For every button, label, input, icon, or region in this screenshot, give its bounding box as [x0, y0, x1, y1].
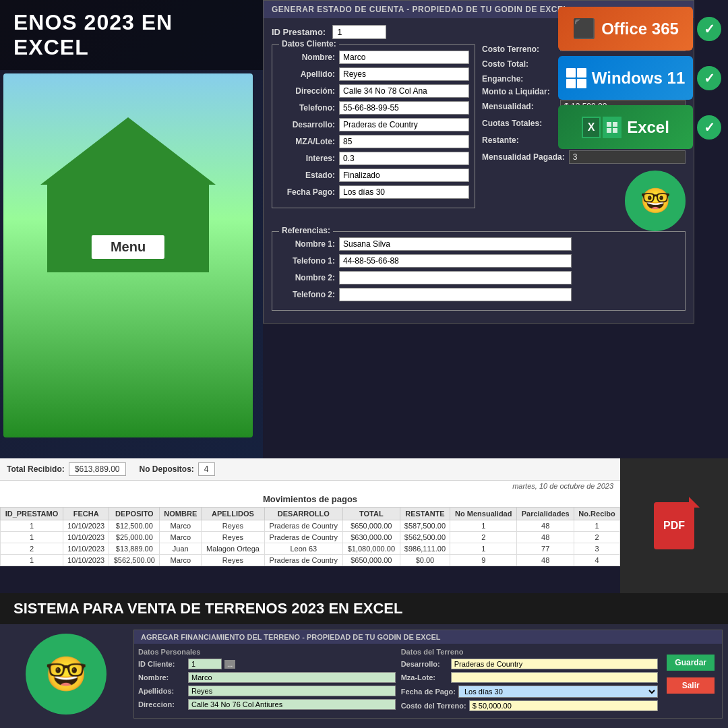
table-cell: 48 — [517, 555, 574, 566]
field-direccion: Dirección: — [278, 84, 469, 98]
bf-direccion-b: Direccion: — [138, 699, 396, 710]
salir-button[interactable]: Salir — [667, 677, 715, 694]
table-cell: $650,000.00 — [343, 555, 400, 566]
input-nombre-b[interactable] — [188, 672, 396, 683]
input-interes[interactable] — [339, 152, 469, 165]
table-cell: $0.00 — [400, 555, 450, 566]
software-panel: ⬛ Office 365 ✓ Windows 11 ✓ X — [558, 7, 721, 149]
table-cell: $986,111.00 — [400, 543, 450, 555]
table-cell: $13,889.00 — [109, 543, 160, 555]
input-desarrollo-t[interactable] — [451, 659, 659, 669]
input-costo-t[interactable] — [469, 700, 659, 711]
input-nombre1[interactable] — [339, 237, 572, 251]
field-interes: Interes: — [278, 152, 469, 165]
svg-rect-1 — [613, 122, 617, 127]
client-fields: Nombre: Apellido: Dirección: Telefo — [278, 51, 469, 199]
lbl-cuotas: Cuotas Totales: — [482, 119, 556, 128]
label-telefono: Telefono: — [278, 103, 335, 113]
bf-apellidos-b: Apellidos: — [138, 686, 396, 696]
datos-cliente-label: Datos Cliente: — [279, 39, 339, 49]
input-nombre2[interactable] — [339, 271, 572, 284]
table-cell: Praderas de Country — [264, 520, 343, 532]
background-left: ENOS 2023 EN EXCEL Menu — [0, 0, 263, 458]
input-apellido[interactable] — [339, 67, 469, 81]
pdf-label: PDF — [663, 520, 685, 532]
bottom-avatar-area: 🤓 — [5, 630, 127, 719]
bf-desarrollo-t: Desarrollo: — [401, 659, 659, 669]
bottom-buttons: Guardar Salir — [663, 648, 718, 714]
lbl-costo-terreno: Costo Terreno: — [482, 44, 556, 54]
table-cell: 2 — [450, 532, 517, 543]
input-estado[interactable] — [339, 169, 469, 182]
field-telefono: Telefono: — [278, 101, 469, 115]
input-nombre[interactable] — [339, 51, 469, 64]
excel-label: Excel — [627, 118, 669, 137]
bf-fecha-pago-t: Fecha de Pago: Los días 30 — [401, 686, 659, 698]
software-office365: ⬛ Office 365 ✓ — [558, 7, 721, 51]
movimientos-title: Movimientos de pagos — [0, 491, 620, 507]
table-cell: 1 — [450, 543, 517, 555]
th-fecha: FECHA — [63, 508, 109, 520]
lbl-costo-total: Costo Total: — [482, 59, 556, 69]
label-interes: Interes: — [278, 154, 335, 163]
bottom-section: SISTEMA PARA VENTA DE TERRENOS 2023 EN E… — [0, 593, 728, 728]
lbl-costo-t: Costo del Terreno: — [401, 702, 466, 710]
bottom-content: 🤓 AGREGAR FINANCIAMIENTO DEL TERRENO - P… — [0, 624, 728, 724]
table-row: 110/10/2023$12,500.00MarcoReyesPraderas … — [1, 520, 620, 532]
lbl-mza-t: Mza-Lote: — [401, 673, 448, 681]
windows11-label: Windows 11 — [592, 69, 685, 88]
no-depositos-value: 4 — [198, 462, 215, 476]
software-windows11: Windows 11 ✓ — [558, 56, 721, 100]
table-cell: Praderas de Country — [264, 555, 343, 566]
label-nombre: Nombre: — [278, 53, 335, 62]
input-telefono[interactable] — [339, 101, 469, 115]
label-nombre1: Nombre 1: — [278, 239, 335, 249]
input-telefono2[interactable] — [339, 288, 572, 301]
th-desarrollo: DESARROLLO — [264, 508, 343, 520]
table-cell: 4 — [574, 555, 620, 566]
no-depositos-label: No Depositos: — [140, 464, 194, 474]
input-telefono1[interactable] — [339, 254, 572, 268]
pdf-icon[interactable]: PDF — [654, 502, 694, 549]
date-line: martes, 10 de octubre de 2023 — [0, 481, 620, 491]
guardar-button[interactable]: Guardar — [667, 655, 715, 671]
lbl-monto: Monto a Liquidar: — [482, 87, 556, 96]
table-cell: 2 — [574, 532, 620, 543]
table-cell: $630,000.00 — [343, 532, 400, 543]
input-apellidos-b[interactable] — [188, 686, 396, 696]
lbl-mensualidad: Mensualidad: — [482, 102, 556, 111]
input-mza-t[interactable] — [451, 672, 659, 683]
input-direccion[interactable] — [339, 84, 469, 98]
bf-nombre-b: Nombre: — [138, 672, 396, 683]
svg-rect-3 — [613, 128, 617, 133]
label-telefono2: Telefono 2: — [278, 290, 335, 299]
input-mza[interactable] — [339, 135, 469, 148]
table-cell: 1 — [574, 520, 620, 532]
input-desarrollo[interactable] — [339, 118, 469, 131]
svg-rect-2 — [607, 128, 611, 133]
table-row: 110/10/2023$562,500.00MarcoReyesPraderas… — [1, 555, 620, 566]
office365-check: ✓ — [697, 17, 721, 41]
bf-mza-t: Mza-Lote: — [401, 672, 659, 683]
field-nombre2: Nombre 2: — [278, 271, 572, 284]
bottom-title: SISTEMA PARA VENTA DE TERRENOS 2023 EN E… — [13, 600, 402, 617]
val-mensualidad-pagada: 3 — [569, 150, 686, 164]
label-fecha-pago: Fecha Pago: — [278, 187, 335, 197]
office365-label: Office 365 — [601, 20, 679, 38]
input-id-cliente[interactable] — [188, 659, 222, 669]
th-restante: RESTANTE — [400, 508, 450, 520]
th-apellidos: APELLIDOS — [202, 508, 264, 520]
lbl-direccion-b: Direccion: — [138, 700, 185, 708]
table-cell: 1 — [450, 520, 517, 532]
input-fecha-pago[interactable] — [339, 185, 469, 199]
id-prestamo-input[interactable] — [332, 25, 386, 39]
browse-button[interactable]: ... — [224, 660, 235, 669]
th-nombre: NOMBRE — [160, 508, 202, 520]
excel-check: ✓ — [697, 115, 721, 140]
select-fecha-pago[interactable]: Los días 30 — [458, 686, 658, 698]
personal-data-col: Datos Personales ID Cliente: ... Nombre:… — [138, 648, 396, 714]
input-direccion-b[interactable] — [188, 699, 396, 710]
id-prestamo-label: ID Prestamo: — [272, 27, 326, 37]
table-cell: 9 — [450, 555, 517, 566]
bf-id: ID Cliente: ... — [138, 659, 396, 669]
